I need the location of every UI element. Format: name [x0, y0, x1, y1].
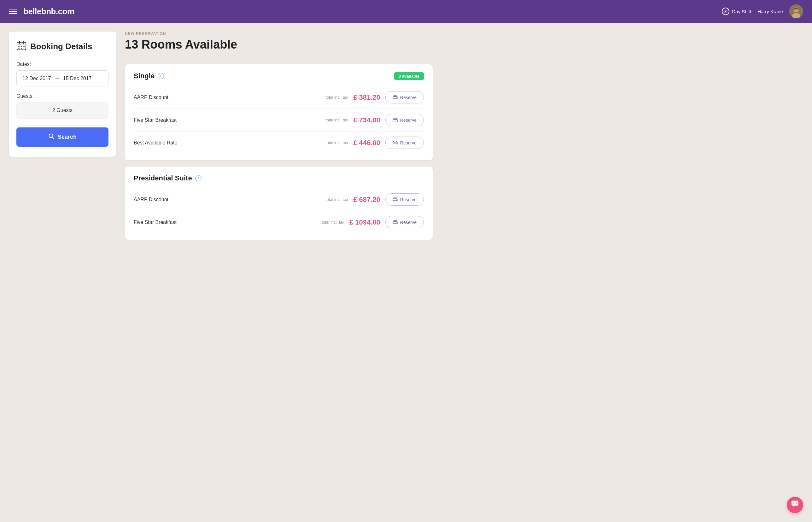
svg-rect-11 — [23, 46, 25, 47]
divider — [125, 58, 433, 58]
svg-marker-37 — [793, 506, 795, 507]
day-shift-label: Day Shift — [732, 9, 751, 14]
rate-price: £ 734.00 — [353, 116, 380, 124]
reserve-button[interactable]: Reserve — [385, 216, 424, 228]
rate-price: £ 381.20 — [353, 93, 380, 102]
rate-price-section: total incl. tax £ 446.00 — [325, 137, 424, 149]
booking-title-text: Booking Details — [30, 42, 92, 52]
reserve-label: Reserve — [400, 140, 417, 145]
guests-field[interactable]: 2 Guests — [16, 102, 108, 119]
calendar-icon — [16, 40, 26, 53]
rate-price-section: total incl. tax £ 1094.00 — [322, 216, 424, 228]
search-button-label: Search — [58, 134, 77, 140]
room-name-row: Single i — [134, 72, 164, 80]
svg-point-40 — [796, 503, 797, 504]
rate-row: AARP Discount total incl. tax £ 687.20 — [134, 188, 424, 211]
room-name: Single — [134, 72, 155, 80]
svg-rect-17 — [393, 96, 397, 97]
main-layout: Booking Details Dates: 12 Dec 2017 → 15 … — [0, 23, 442, 255]
date-from: 12 Dec 2017 — [22, 76, 51, 81]
room-name: Presidential Suite — [134, 174, 192, 182]
reserve-bed-icon — [392, 140, 398, 145]
rate-price: £ 687.20 — [353, 196, 380, 204]
rate-tax-label: total incl. tax — [325, 95, 348, 100]
rate-tax-label: total incl. tax — [322, 220, 344, 225]
svg-line-15 — [52, 137, 54, 139]
hamburger-menu[interactable] — [9, 9, 17, 14]
rate-price: £ 1094.00 — [349, 218, 380, 226]
room-card-single: Single i 3 available AARP Discount total… — [125, 64, 433, 160]
available-badge: 3 available — [394, 72, 424, 80]
rate-price: £ 446.00 — [353, 139, 380, 147]
rate-price-section: total incl. tax £ 381.20 — [325, 91, 424, 103]
room-card-presidential-suite: Presidential Suite i AARP Discount total… — [125, 166, 433, 240]
brand-logo: bellebnb.com — [23, 7, 75, 16]
svg-rect-6 — [17, 43, 26, 45]
svg-rect-25 — [393, 141, 397, 142]
header-left: bellebnb.com — [9, 7, 75, 16]
svg-rect-4 — [794, 8, 799, 9]
header-right: ☀ Day Shift Harry Krane — [722, 4, 803, 18]
rate-name: Five Star Breakfast — [134, 117, 177, 123]
rate-name: Best Available Rate — [134, 140, 177, 146]
rate-name: Five Star Breakfast — [134, 220, 177, 225]
search-icon — [48, 133, 55, 141]
rate-tax-label: total incl. tax — [325, 197, 348, 202]
reserve-label: Reserve — [400, 118, 417, 123]
date-range-field[interactable]: 12 Dec 2017 → 15 Dec 2017 — [16, 71, 108, 86]
reserve-button[interactable]: Reserve — [385, 137, 424, 149]
chat-icon — [791, 500, 799, 510]
reserve-label: Reserve — [400, 95, 417, 100]
room-card-header: Single i 3 available — [134, 72, 424, 80]
svg-rect-12 — [18, 48, 20, 48]
room-name-row: Presidential Suite i — [134, 174, 202, 182]
page-subtitle: NEW RESERVATION — [125, 32, 433, 36]
reserve-bed-icon — [392, 220, 398, 225]
chat-bubble[interactable] — [787, 497, 803, 513]
rate-price-section: total incl. tax £ 734.00 — [325, 114, 424, 126]
reserve-label: Reserve — [400, 197, 417, 202]
guests-label: Guests: — [16, 93, 108, 99]
info-icon[interactable]: i — [195, 175, 202, 181]
reserve-label: Reserve — [400, 220, 417, 225]
dates-label: Dates: — [16, 61, 108, 67]
rate-tax-label: total incl. tax — [325, 118, 348, 122]
reserve-bed-icon — [392, 117, 398, 123]
sun-icon: ☀ — [722, 7, 729, 15]
svg-rect-33 — [393, 220, 397, 222]
rate-row: Best Available Rate total incl. tax £ 44… — [134, 131, 424, 154]
info-icon[interactable]: i — [158, 73, 164, 79]
reserve-button[interactable]: Reserve — [385, 91, 424, 103]
room-cards-container: Single i 3 available AARP Discount total… — [125, 64, 433, 240]
page-title: 13 Rooms Available — [125, 38, 433, 52]
date-arrow: → — [54, 75, 60, 82]
svg-rect-29 — [393, 198, 397, 199]
svg-rect-21 — [393, 118, 397, 120]
guests-value: 2 Guests — [52, 107, 73, 113]
rate-row: Five Star Breakfast total incl. tax £ 73… — [134, 108, 424, 131]
svg-point-39 — [795, 503, 796, 504]
day-shift-toggle[interactable]: ☀ Day Shift — [722, 7, 751, 15]
avatar[interactable] — [789, 4, 803, 18]
rate-price-section: total incl. tax £ 687.20 — [325, 193, 424, 206]
booking-sidebar: Booking Details Dates: 12 Dec 2017 → 15 … — [9, 32, 116, 157]
reserve-bed-icon — [392, 197, 398, 202]
svg-rect-13 — [21, 48, 22, 48]
reserve-bed-icon — [392, 95, 398, 100]
search-button[interactable]: Search — [16, 127, 108, 147]
room-card-header: Presidential Suite i — [134, 174, 424, 182]
svg-point-38 — [793, 503, 794, 504]
app-header: bellebnb.com ☀ Day Shift Harry Krane — [0, 0, 812, 23]
rate-row: AARP Discount total incl. tax £ 381.20 — [134, 86, 424, 108]
reserve-button[interactable]: Reserve — [385, 114, 424, 126]
rate-tax-label: total incl. tax — [325, 140, 348, 145]
svg-rect-9 — [18, 46, 20, 47]
reserve-button[interactable]: Reserve — [385, 193, 424, 206]
svg-rect-10 — [21, 46, 22, 47]
booking-title: Booking Details — [16, 40, 108, 53]
user-name: Harry Krane — [757, 9, 783, 14]
content-area: NEW RESERVATION 13 Rooms Available Singl… — [125, 32, 433, 246]
rate-row: Five Star Breakfast total incl. tax £ 10… — [134, 211, 424, 234]
rate-name: AARP Discount — [134, 95, 168, 100]
rate-name: AARP Discount — [134, 197, 168, 202]
